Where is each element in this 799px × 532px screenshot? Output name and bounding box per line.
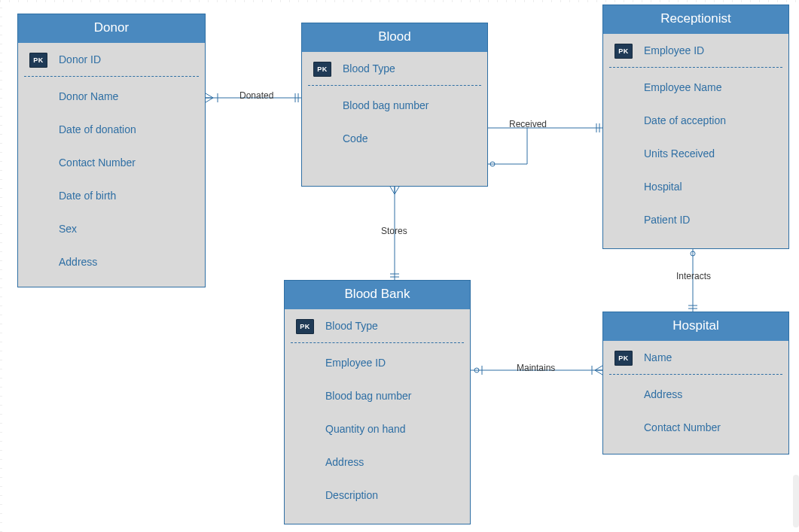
pk-divider (24, 76, 199, 77)
pk-divider (609, 374, 782, 375)
rel-label-received: Received (509, 119, 547, 129)
pk-cell: PK (18, 51, 59, 68)
entity-receptionist-attrs: PK Employee ID Employee Name Date of acc… (603, 34, 788, 236)
svg-point-0 (490, 162, 495, 166)
pk-icon: PK (29, 53, 47, 68)
ruler-left (0, 0, 2, 532)
attr-name: Description (325, 489, 384, 501)
attr-row: Donor Name (18, 80, 205, 113)
svg-point-2 (691, 251, 695, 256)
attr-row: Sex (18, 212, 205, 245)
attr-row: Address (285, 445, 470, 479)
pk-icon: PK (313, 62, 331, 77)
entity-bloodbank-header: Blood Bank (285, 281, 470, 309)
entity-receptionist[interactable]: Receptionist PK Employee ID Employee Nam… (602, 5, 789, 249)
pk-divider (308, 85, 481, 86)
attr-row: Employee ID (285, 346, 470, 379)
attr-name: Employee Name (644, 81, 728, 93)
rel-label-maintains: Maintains (517, 363, 555, 373)
attr-row: PK Blood Type (285, 309, 470, 342)
attr-name: Contact Number (644, 421, 727, 433)
entity-receptionist-header: Receptionist (603, 5, 788, 34)
attr-name: Donor Name (59, 90, 124, 102)
ruler-top (0, 0, 799, 2)
diagram-canvas: Donated Received Stores Maintains Intera… (0, 0, 799, 532)
pk-divider (609, 67, 782, 68)
attr-row: PK Donor ID (18, 43, 205, 76)
attr-row: Blood bag number (285, 379, 470, 412)
entity-blood[interactable]: Blood PK Blood Type Blood bag number Cod… (301, 23, 488, 187)
attr-row: Quantity on hand (285, 412, 470, 445)
attr-row: Hospital (603, 170, 788, 203)
attr-name: Sex (59, 223, 83, 235)
attr-name: Date of donation (59, 123, 142, 135)
attr-name: Quantity on hand (325, 423, 412, 435)
attr-row: Description (285, 479, 470, 512)
entity-donor-attrs: PK Donor ID Donor Name Date of donation … (18, 43, 205, 278)
attr-row: Date of donation (18, 113, 205, 146)
rel-label-interacts: Interacts (676, 271, 711, 281)
attr-row: PK Employee ID (603, 34, 788, 67)
entity-bloodbank[interactable]: Blood Bank PK Blood Type Employee ID Blo… (284, 280, 471, 524)
scrollbar-vertical[interactable] (793, 475, 799, 527)
entity-donor-header: Donor (18, 14, 205, 43)
attr-row: Contact Number (18, 146, 205, 179)
attr-row: Blood bag number (302, 89, 487, 122)
attr-name: Date of birth (59, 190, 122, 202)
attr-name: Patient ID (644, 214, 696, 226)
svg-point-1 (474, 368, 479, 372)
entity-hospital[interactable]: Hospital PK Name Address Contact Number (602, 312, 789, 454)
attr-name: Blood Type (325, 320, 384, 332)
attr-name: Blood bag number (325, 390, 417, 402)
attr-name: Code (343, 132, 374, 144)
attr-name: Donor ID (59, 53, 107, 65)
entity-blood-attrs: PK Blood Type Blood bag number Code (302, 52, 487, 155)
attr-row: Contact Number (603, 411, 788, 444)
attr-name: Contact Number (59, 157, 142, 169)
attr-name: Address (59, 256, 103, 268)
attr-row: Address (18, 245, 205, 278)
entity-hospital-header: Hospital (603, 312, 788, 341)
entity-hospital-attrs: PK Name Address Contact Number (603, 341, 788, 444)
attr-name: Address (644, 388, 688, 400)
attr-row: Date of acception (603, 104, 788, 137)
entity-bloodbank-attrs: PK Blood Type Employee ID Blood bag numb… (285, 309, 470, 512)
attr-row: PK Blood Type (302, 52, 487, 85)
attr-name: Date of acception (644, 114, 732, 126)
attr-row: Address (603, 378, 788, 411)
attr-name: Employee ID (644, 44, 710, 56)
entity-blood-header: Blood (302, 23, 487, 52)
attr-row: Employee Name (603, 71, 788, 104)
pk-icon: PK (614, 351, 633, 366)
attr-row: PK Name (603, 341, 788, 374)
attr-name: Hospital (644, 181, 688, 193)
attr-name: Blood Type (343, 62, 401, 74)
attr-row: Patient ID (603, 203, 788, 236)
rel-label-donated: Donated (239, 90, 273, 101)
pk-icon: PK (296, 319, 314, 334)
attr-name: Name (644, 351, 678, 363)
pk-divider (291, 342, 464, 343)
attr-name: Blood bag number (343, 99, 435, 111)
pk-icon: PK (614, 44, 633, 59)
attr-row: Code (302, 122, 487, 155)
attr-name: Address (325, 456, 370, 468)
attr-name: Employee ID (325, 357, 392, 369)
entity-donor[interactable]: Donor PK Donor ID Donor Name Date of don… (17, 14, 206, 287)
attr-row: Date of birth (18, 179, 205, 212)
rel-label-stores: Stores (381, 226, 407, 236)
attr-row: Units Received (603, 137, 788, 170)
attr-name: Units Received (644, 147, 721, 160)
